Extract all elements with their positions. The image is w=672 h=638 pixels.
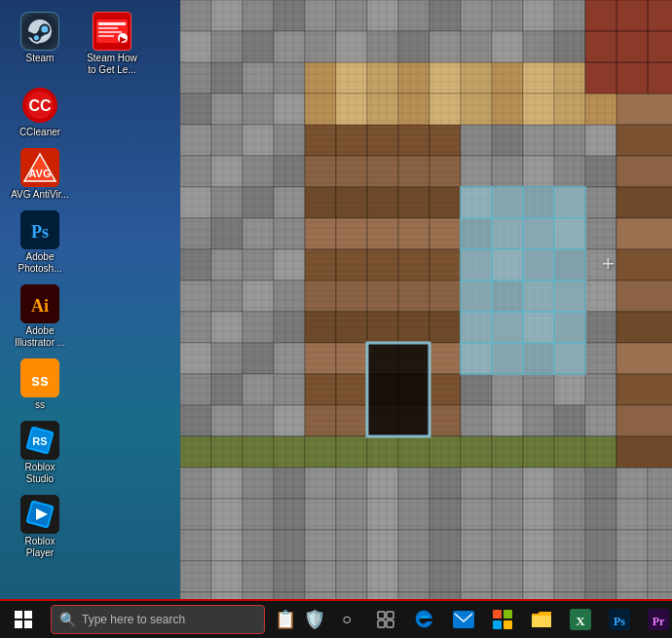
steam-how-icon-item[interactable]: ▶ Steam How to Get Le... bbox=[78, 8, 146, 80]
icon-row-2: AVG AVG AntiVir... bbox=[0, 144, 180, 205]
crosshair: + bbox=[602, 251, 615, 277]
svg-text:AVG: AVG bbox=[28, 168, 51, 179]
mail-button[interactable] bbox=[448, 604, 479, 635]
roblox-player-icon-item[interactable]: Roblox Player bbox=[6, 491, 74, 563]
edge-button[interactable] bbox=[409, 604, 440, 635]
roblox-studio-icon: RS bbox=[20, 421, 59, 460]
svg-rect-33 bbox=[378, 620, 385, 627]
taskbar: 🔍 Type here to search 📋 🛡️ ○ bbox=[0, 599, 672, 638]
icon-row-4: Ai Adobe Illustrator ... bbox=[0, 281, 180, 353]
icon-row-7: Roblox Player bbox=[0, 491, 180, 563]
ccleaner-label: CCleaner bbox=[19, 127, 60, 138]
ss-label: ss bbox=[35, 399, 45, 411]
avg-icon-item[interactable]: AVG AVG AntiVir... bbox=[6, 144, 74, 205]
illustrator-label: Adobe Illustrator ... bbox=[10, 325, 70, 349]
svg-text:Ps: Ps bbox=[614, 615, 625, 628]
roblox-studio-label: Roblox Studio bbox=[10, 462, 70, 485]
taskbar-clipboard-icon[interactable]: 📋 bbox=[271, 605, 300, 634]
search-placeholder-text: Type here to search bbox=[82, 613, 185, 626]
svg-point-2 bbox=[34, 35, 39, 40]
photoshop-label: Adobe Photosh... bbox=[10, 251, 70, 275]
photoshop-icon-item[interactable]: Ps Adobe Photosh... bbox=[6, 206, 74, 279]
clipboard-icons: 📋 🛡️ bbox=[271, 605, 329, 634]
svg-text:Ps: Ps bbox=[31, 222, 49, 242]
illustrator-icon-item[interactable]: Ai Adobe Illustrator ... bbox=[6, 281, 74, 353]
explorer-button[interactable] bbox=[526, 604, 557, 635]
ccleaner-icon-item[interactable]: CC CCleaner bbox=[6, 82, 74, 142]
photoshop-taskbar-button[interactable]: Ps bbox=[604, 604, 635, 635]
excel-button[interactable]: X bbox=[565, 604, 596, 635]
icon-row-0: Steam ▶ Steam How to Get Le... bbox=[0, 8, 180, 80]
ss-icon-item[interactable]: ss ss bbox=[6, 355, 74, 415]
svg-rect-31 bbox=[378, 612, 385, 619]
premiere-taskbar-button[interactable]: Pr bbox=[643, 604, 672, 635]
search-icon: 🔍 bbox=[59, 612, 76, 627]
icon-row-3: Ps Adobe Photosh... bbox=[0, 206, 180, 279]
svg-rect-39 bbox=[504, 620, 512, 629]
start-button[interactable] bbox=[0, 600, 47, 638]
roblox-player-label: Roblox Player bbox=[10, 536, 70, 559]
roblox-studio-icon-item[interactable]: RS Roblox Studio bbox=[6, 417, 74, 489]
svg-text:RS: RS bbox=[32, 435, 47, 447]
svg-text:ss: ss bbox=[31, 372, 49, 389]
steam-icon-item[interactable]: Steam bbox=[6, 8, 74, 80]
svg-rect-38 bbox=[493, 620, 502, 629]
steam-how-label: Steam How to Get Le... bbox=[82, 53, 142, 76]
svg-rect-7 bbox=[98, 31, 122, 33]
cortana-button[interactable]: ○ bbox=[331, 604, 362, 635]
svg-rect-8 bbox=[98, 35, 114, 37]
steam-how-icon: ▶ bbox=[93, 12, 131, 51]
svg-rect-35 bbox=[453, 611, 474, 628]
windows-logo-icon bbox=[15, 611, 32, 628]
illustrator-icon: Ai bbox=[20, 284, 59, 323]
icon-row-5: ss ss bbox=[0, 355, 180, 415]
minecraft-background bbox=[180, 0, 672, 599]
search-bar[interactable]: 🔍 Type here to search bbox=[51, 605, 265, 634]
ccleaner-icon: CC bbox=[20, 86, 59, 125]
svg-text:Pr: Pr bbox=[653, 615, 665, 628]
svg-text:Ai: Ai bbox=[31, 296, 49, 316]
ss-icon: ss bbox=[20, 358, 59, 397]
roblox-player-icon bbox=[20, 495, 59, 534]
steam-label: Steam bbox=[26, 53, 55, 64]
svg-rect-34 bbox=[387, 620, 393, 627]
svg-rect-32 bbox=[387, 612, 393, 619]
svg-text:▶: ▶ bbox=[120, 35, 127, 44]
svg-text:CC: CC bbox=[28, 97, 52, 114]
svg-rect-6 bbox=[98, 27, 118, 29]
desktop-icon-area: Steam ▶ Steam How to Get Le... bbox=[0, 0, 180, 599]
avg-icon: AVG bbox=[20, 148, 59, 187]
svg-rect-37 bbox=[504, 610, 512, 619]
task-view-button[interactable] bbox=[370, 604, 401, 635]
steam-icon bbox=[20, 12, 59, 51]
svg-text:X: X bbox=[576, 614, 585, 628]
avg-label: AVG AntiVir... bbox=[11, 189, 69, 201]
taskbar-app2-icon[interactable]: 🛡️ bbox=[300, 605, 329, 634]
svg-rect-36 bbox=[493, 610, 502, 619]
photoshop-icon: Ps bbox=[20, 210, 59, 249]
icon-row-1: CC CCleaner bbox=[0, 82, 180, 142]
icon-row-6: RS Roblox Studio bbox=[0, 417, 180, 489]
svg-rect-5 bbox=[98, 22, 126, 25]
taskbar-app-icons: ○ bbox=[331, 604, 672, 635]
store-button[interactable] bbox=[487, 604, 518, 635]
svg-point-1 bbox=[41, 26, 48, 33]
